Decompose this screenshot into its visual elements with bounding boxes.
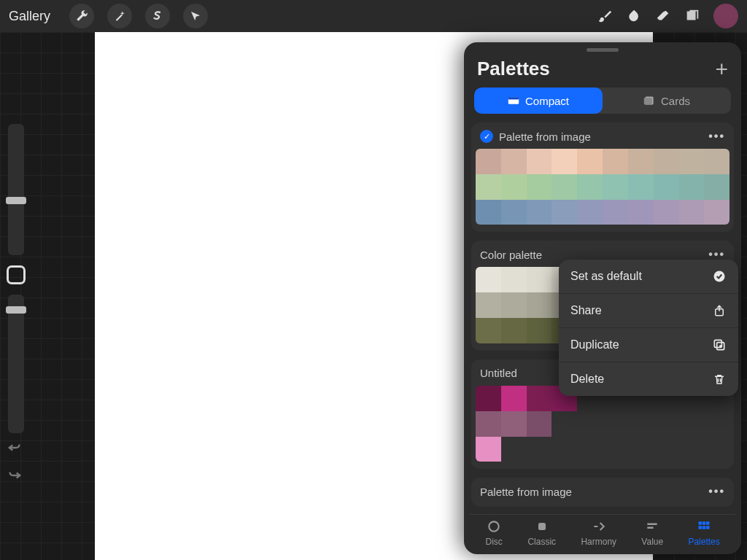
palette-context-menu: Set as default Share Duplicate Delete [559, 260, 738, 396]
color-swatch [704, 411, 729, 437]
color-swatch[interactable] [679, 200, 705, 225]
modify-button[interactable] [7, 265, 26, 284]
transform-button[interactable] [183, 4, 208, 28]
color-swatch[interactable] [501, 411, 527, 437]
color-swatch[interactable] [527, 411, 552, 437]
color-swatch[interactable] [527, 292, 552, 318]
tab-label: Classic [527, 537, 556, 547]
menu-label: Set as default [570, 270, 642, 283]
color-swatch[interactable] [476, 149, 501, 174]
svg-point-4 [489, 521, 498, 531]
color-swatch[interactable] [628, 200, 654, 225]
arrow-icon [187, 8, 204, 24]
menu-delete[interactable]: Delete [559, 362, 738, 396]
menu-share[interactable]: Share [559, 294, 738, 328]
selection-button[interactable] [145, 4, 170, 28]
color-swatch[interactable] [476, 411, 501, 437]
smudge-icon[interactable] [626, 8, 642, 24]
color-swatch[interactable] [551, 149, 577, 174]
palette-more-button[interactable]: ••• [708, 485, 725, 498]
color-swatch[interactable] [501, 200, 527, 225]
compact-view-button[interactable]: Compact [474, 88, 603, 114]
tab-palettes[interactable]: Palettes [688, 519, 719, 547]
color-swatch[interactable] [476, 174, 501, 200]
cards-view-button[interactable]: Cards [603, 88, 731, 114]
palette-title[interactable]: Untitled [480, 367, 517, 379]
tab-value[interactable]: Value [641, 519, 663, 547]
color-swatch[interactable] [527, 267, 552, 292]
actions-button[interactable] [69, 4, 94, 28]
tab-harmony[interactable]: Harmony [581, 519, 616, 547]
undo-button[interactable] [4, 438, 25, 458]
color-swatch[interactable] [628, 174, 654, 200]
color-swatch[interactable] [501, 318, 527, 343]
color-swatch[interactable] [704, 174, 729, 200]
brush-opacity-slider[interactable] [8, 295, 24, 433]
color-swatch[interactable] [501, 386, 527, 411]
menu-duplicate[interactable]: Duplicate [559, 328, 738, 362]
panel-drag-handle[interactable] [587, 48, 619, 52]
color-tabs: Disc Classic Harmony Value Palettes [470, 514, 735, 554]
color-swatch[interactable] [476, 386, 501, 411]
color-swatch[interactable] [628, 149, 654, 174]
color-swatch[interactable] [527, 318, 552, 343]
tab-label: Palettes [688, 537, 719, 547]
color-swatch[interactable] [501, 149, 527, 174]
compact-label: Compact [525, 95, 569, 107]
color-swatch[interactable] [527, 200, 552, 225]
color-swatch[interactable] [679, 174, 705, 200]
brush-icon[interactable] [597, 8, 613, 24]
color-swatch[interactable] [476, 318, 501, 343]
tab-disc[interactable]: Disc [485, 519, 503, 547]
color-swatch[interactable] [577, 174, 603, 200]
color-swatch[interactable] [603, 200, 628, 225]
color-swatch[interactable] [501, 174, 527, 200]
color-swatch [577, 411, 603, 437]
color-swatch[interactable] [679, 149, 705, 174]
color-swatch[interactable] [577, 149, 603, 174]
add-palette-button[interactable]: + [715, 58, 728, 80]
color-swatch[interactable] [654, 149, 679, 174]
slider-thumb[interactable] [6, 197, 26, 204]
color-swatch[interactable] [476, 437, 501, 462]
layers-icon[interactable] [684, 8, 700, 24]
color-swatch[interactable] [501, 292, 527, 318]
palette-more-button[interactable]: ••• [708, 130, 725, 143]
color-swatch[interactable] [603, 174, 628, 200]
classic-icon [533, 519, 551, 534]
color-swatch[interactable] [704, 200, 729, 225]
palette-title[interactable]: Color palette [480, 249, 542, 261]
color-swatch [603, 437, 628, 462]
color-swatch[interactable] [577, 200, 603, 225]
color-swatch[interactable] [476, 267, 501, 292]
color-swatch [501, 437, 527, 462]
menu-set-default[interactable]: Set as default [559, 260, 738, 294]
slider-thumb[interactable] [6, 306, 26, 314]
eraser-icon[interactable] [655, 8, 671, 24]
color-swatch[interactable] [476, 200, 501, 225]
color-swatch[interactable] [501, 267, 527, 292]
color-button[interactable] [713, 4, 738, 28]
palette-title[interactable]: ✓Palette from image [480, 130, 591, 143]
color-swatch[interactable] [527, 174, 552, 200]
color-swatch[interactable] [654, 174, 679, 200]
color-swatch[interactable] [527, 149, 552, 174]
color-swatch [603, 411, 628, 437]
palette-title[interactable]: Palette from image [480, 486, 572, 498]
color-swatch[interactable] [704, 149, 729, 174]
color-swatch[interactable] [551, 200, 577, 225]
redo-button[interactable] [4, 465, 25, 486]
brush-size-slider[interactable] [8, 124, 24, 255]
color-swatch[interactable] [654, 200, 679, 225]
color-swatch[interactable] [527, 386, 552, 411]
tab-label: Disc [485, 537, 502, 547]
tab-classic[interactable]: Classic [527, 519, 556, 547]
gallery-button[interactable]: Gallery [9, 9, 50, 24]
color-swatch[interactable] [603, 149, 628, 174]
adjustments-button[interactable] [107, 4, 132, 28]
trash-icon [712, 372, 727, 386]
color-swatch[interactable] [551, 174, 577, 200]
color-swatch[interactable] [476, 292, 501, 318]
top-toolbar: Gallery [0, 0, 747, 32]
svg-rect-1 [508, 97, 519, 99]
